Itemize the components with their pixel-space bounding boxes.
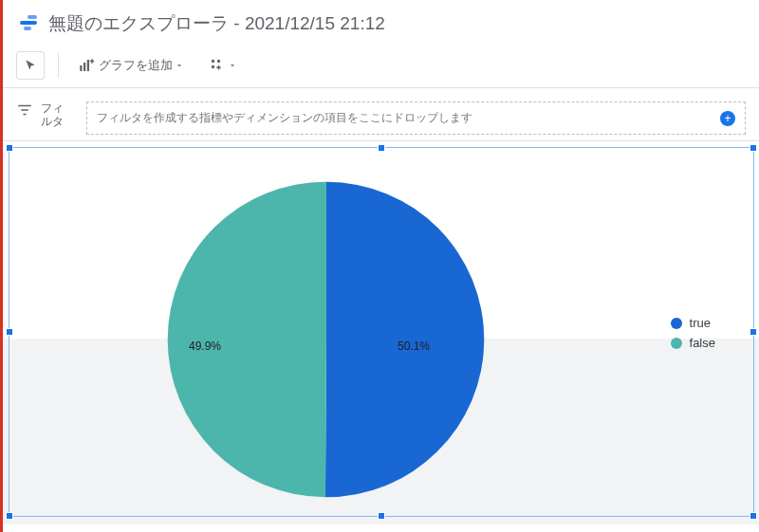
chevron-down-icon: [175, 61, 184, 70]
filter-label-column: フィルタ: [16, 101, 73, 129]
legend-swatch-true: [671, 318, 682, 329]
select-tool-button[interactable]: [16, 51, 45, 80]
chart-legend: true false: [671, 316, 715, 350]
svg-point-4: [217, 60, 220, 63]
header: 無題のエクスプローラ - 2021/12/15 21:12: [3, 0, 759, 46]
svg-point-5: [212, 65, 214, 68]
bar-chart-plus-icon: [78, 57, 95, 74]
resize-handle-tm[interactable]: [378, 144, 385, 152]
resize-handle-tl[interactable]: [6, 144, 13, 152]
svg-point-3: [212, 60, 214, 63]
grid-plus-icon: [209, 57, 226, 74]
svg-rect-1: [83, 63, 85, 71]
resize-handle-tr[interactable]: [750, 144, 757, 152]
toolbar-divider: [58, 53, 59, 78]
canvas[interactable]: 50.1% 49.9% true false: [3, 141, 759, 524]
svg-rect-0: [80, 65, 82, 71]
filter-drop-zone[interactable]: フィルタを作成する指標やディメンションの項目をここにドロップします +: [86, 101, 746, 135]
svg-rect-2: [87, 60, 89, 71]
slice-label-true: 50.1%: [398, 339, 430, 353]
add-chart-label: グラフを追加: [99, 57, 173, 74]
chevron-down-icon: [228, 61, 237, 70]
toolbar: グラフを追加: [3, 46, 759, 88]
cursor-icon: [24, 59, 37, 72]
datastudio-logo-icon: [20, 15, 37, 30]
pie-chart: 50.1% 49.9%: [160, 174, 492, 505]
add-chart-button[interactable]: グラフを追加: [72, 51, 190, 80]
legend-item-false[interactable]: false: [671, 336, 715, 350]
legend-label-true: true: [690, 316, 711, 330]
add-filter-icon[interactable]: +: [720, 111, 735, 126]
legend-label-false: false: [690, 336, 715, 350]
pie-chart-card[interactable]: 50.1% 49.9% true false: [9, 155, 753, 524]
legend-swatch-false: [671, 338, 682, 349]
filter-row: フィルタ フィルタを作成する指標やディメンションの項目をここにドロップします +: [3, 88, 759, 141]
page-title[interactable]: 無題のエクスプローラ - 2021/12/15 21:12: [48, 11, 385, 36]
legend-item-true[interactable]: true: [671, 316, 715, 330]
filter-icon: [16, 101, 33, 119]
add-component-button[interactable]: [203, 51, 243, 80]
slice-label-false: 49.9%: [189, 339, 221, 353]
filter-label: フィルタ: [41, 101, 73, 129]
filter-placeholder: フィルタを作成する指標やディメンションの項目をここにドロップします: [97, 110, 472, 126]
